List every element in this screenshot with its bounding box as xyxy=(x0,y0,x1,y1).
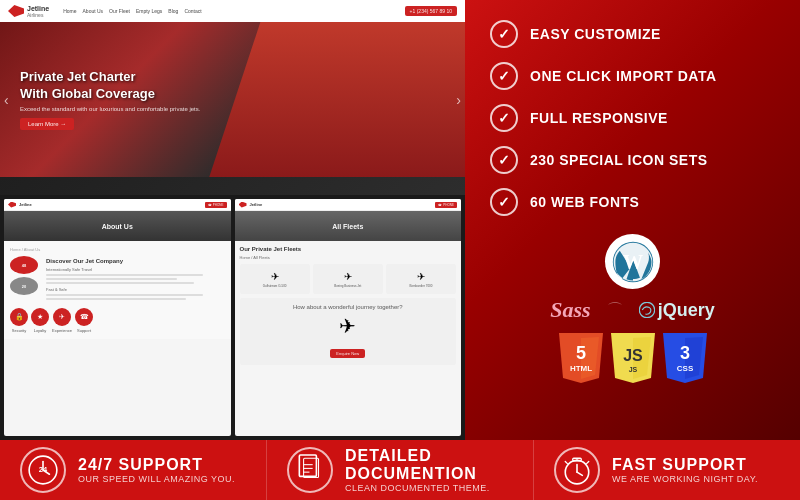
about-breadcrumb: Home / About Us xyxy=(10,247,225,252)
loyalty-label: Loyalty xyxy=(34,328,47,333)
about-icon-security: 🔒 Security xyxy=(10,308,28,333)
support-sub: OUR SPEED WILL AMAZING YOU. xyxy=(78,474,235,484)
css3-badge: 3 CSS xyxy=(663,333,707,383)
about-navbar: Jetline ☎ PHONE xyxy=(4,199,231,211)
fleet-tagline-box: How about a wonderful journey together? … xyxy=(240,298,457,365)
support-label: Support xyxy=(77,328,91,333)
fast-support-icon xyxy=(554,447,600,493)
about-icon-loyalty: ★ Loyalty xyxy=(31,308,49,333)
check-mark-2: ✓ xyxy=(498,68,510,84)
plane-card-3: ✈ Bombardier 7000 xyxy=(386,264,456,294)
mockup-navbar: Jetline Airlines Home About Us Our Fleet… xyxy=(0,0,465,22)
timer-svg xyxy=(561,454,593,486)
about-lines xyxy=(46,274,221,284)
about-fast-safe: Fast & Safe xyxy=(46,287,221,292)
svg-line-29 xyxy=(587,461,589,463)
feature-easy-customize: ✓ EASY CUSTOMIZE xyxy=(490,20,775,48)
nav-home: Home xyxy=(63,8,76,14)
plane-name-3: Bombardier 7000 xyxy=(409,284,432,288)
about-icon-support: ☎ Support xyxy=(75,308,93,333)
fleet-hero-section: All Fleets xyxy=(235,211,462,241)
fleet-enquire-btn: Enquire Now xyxy=(330,349,365,358)
fleet-mockup: Jetline ☎ PHONE All Fleets Our Private J… xyxy=(235,199,462,436)
security-icon: 🔒 xyxy=(10,308,28,326)
check-icon-5: ✓ xyxy=(490,188,518,216)
document-svg xyxy=(296,454,324,486)
fleet-logo-icon xyxy=(239,202,247,208)
fleet-navbar: Jetline ☎ PHONE xyxy=(235,199,462,211)
check-icon-1: ✓ xyxy=(490,20,518,48)
hero-title: Private Jet CharterWith Global Coverage xyxy=(20,69,200,103)
right-features-panel: ✓ EASY CUSTOMIZE ✓ ONE CLICK IMPORT DATA… xyxy=(465,0,800,440)
mockup-logo: Jetline Airlines xyxy=(8,5,49,18)
fleet-plane-img: ✈ xyxy=(246,314,451,338)
fleet-section-title: Our Private Jet Fleets xyxy=(240,246,457,252)
bottom-docs-item: DETAILED DOCUMENTION CLEAN DOCUMENTED TH… xyxy=(267,440,534,500)
mockup-hero: Private Jet CharterWith Global Coverage … xyxy=(0,22,465,177)
security-label: Security xyxy=(12,328,26,333)
css3-badge-wrapper: 3 CSS xyxy=(663,333,707,383)
feature-text-3: FULL RESPONSIVE xyxy=(530,110,668,126)
about-safe-travel: Internationally Safe Travel xyxy=(46,267,221,272)
about-icons-row: 🔒 Security ★ Loyalty ✈ Experience ☎ xyxy=(10,308,225,333)
about-grid: 48 20 Discover Our Jet Company Internati… xyxy=(10,256,225,302)
about-line-4 xyxy=(46,294,203,296)
fleet-logo-text: Jetline xyxy=(250,202,263,207)
svg-text:3: 3 xyxy=(679,343,689,363)
plane-card-1: ✈ Gulfstream G-500 xyxy=(240,264,310,294)
fleet-planes-row: ✈ Gulfstream G-500 ✈ Boeing Business Jet… xyxy=(240,264,457,294)
bottom-support-item: 24 24/7 SUPPORT OUR SPEED WILL AMAZING Y… xyxy=(0,440,267,500)
svg-text:HTML: HTML xyxy=(569,364,591,373)
about-content: Home / About Us 48 20 Discover Our Jet C… xyxy=(4,241,231,339)
feature-icons: ✓ 230 SPECIAL ICON SETS xyxy=(490,146,775,174)
nav-about: About Us xyxy=(83,8,104,14)
mockup-logo-icon xyxy=(8,5,24,17)
svg-text:JS: JS xyxy=(628,366,637,373)
feature-fonts: ✓ 60 WEB FONTS xyxy=(490,188,775,216)
fast-text: FAST SUPPORT WE ARE WORKING NIGHT DAY. xyxy=(612,456,758,484)
svg-text:W: W xyxy=(622,251,642,273)
bottom-fast-item: FAST SUPPORT WE ARE WORKING NIGHT DAY. xyxy=(534,440,800,500)
plane-icon-3: ✈ xyxy=(417,271,425,282)
feature-text-5: 60 WEB FONTS xyxy=(530,194,639,210)
fleet-page-title: All Fleets xyxy=(332,223,363,230)
nav-empty: Empty Legs xyxy=(136,8,162,14)
svg-text:CSS: CSS xyxy=(676,364,693,373)
mockup-phone-btn: +1 (234) 567 89 10 xyxy=(405,6,457,16)
plane-card-2: ✈ Boeing Business Jet xyxy=(313,264,383,294)
mockup-nav-items: Home About Us Our Fleet Empty Legs Blog … xyxy=(63,8,398,14)
about-text-block: Discover Our Jet Company Internationally… xyxy=(42,256,225,302)
about-icon-experience: ✈ Experience xyxy=(52,308,72,333)
support-title: 24/7 SUPPORT xyxy=(78,456,235,474)
tech-section: W Sass ⌒ jQuery xyxy=(490,234,775,383)
clock-24-svg: 24 xyxy=(27,454,59,486)
bottom-mockups: Jetline ☎ PHONE About Us Home / About Us… xyxy=(0,195,465,440)
support-text: 24/7 SUPPORT OUR SPEED WILL AMAZING YOU. xyxy=(78,456,235,484)
stat-box-flights: 48 xyxy=(10,256,38,274)
about-line-5 xyxy=(46,298,186,300)
feature-one-click: ✓ ONE CLICK IMPORT DATA xyxy=(490,62,775,90)
check-mark-5: ✓ xyxy=(498,194,510,210)
feature-text-2: ONE CLICK IMPORT DATA xyxy=(530,68,717,84)
bottom-bar: 24 24/7 SUPPORT OUR SPEED WILL AMAZING Y… xyxy=(0,440,800,500)
mockup-logo-text: Jetline Airlines xyxy=(27,5,49,18)
jquery-icon xyxy=(639,302,655,318)
support-24-icon: 24 xyxy=(20,447,66,493)
svg-text:JS: JS xyxy=(623,347,643,364)
docs-icon xyxy=(287,447,333,493)
main-mockup: Jetline Airlines Home About Us Our Fleet… xyxy=(0,0,465,195)
nav-contact: Contact xyxy=(184,8,201,14)
check-mark-4: ✓ xyxy=(498,152,510,168)
check-mark-3: ✓ xyxy=(498,110,510,126)
fleet-tagline: How about a wonderful journey together? xyxy=(246,304,451,310)
about-logo-icon xyxy=(8,202,16,208)
stat-box-years: 20 xyxy=(10,277,38,295)
about-lines2 xyxy=(46,294,221,300)
about-section-title: Discover Our Jet Company xyxy=(46,258,221,264)
hero-content: Private Jet CharterWith Global Coverage … xyxy=(0,49,220,151)
docs-title: DETAILED DOCUMENTION xyxy=(345,447,513,483)
plane-name-2: Boeing Business Jet xyxy=(334,284,361,288)
html5-badge-wrapper: 5 HTML xyxy=(559,333,603,383)
about-line-2 xyxy=(46,278,177,280)
svg-text:5: 5 xyxy=(575,343,585,363)
